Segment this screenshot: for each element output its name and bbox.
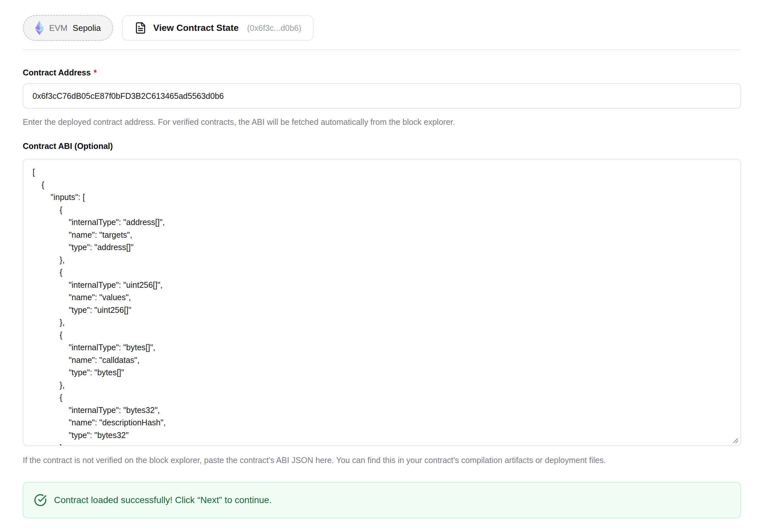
contract-abi-label: Contract ABI (Optional) (23, 141, 741, 151)
chain-label: EVM (49, 23, 67, 33)
success-message: Contract loaded successfully! Click “Nex… (54, 495, 272, 505)
contract-abi-field: [ { "inputs": [ { "internalType": "addre… (23, 159, 741, 446)
contract-abi-label-text: Contract ABI (Optional) (23, 141, 113, 151)
success-banner: Contract loaded successfully! Click “Nex… (23, 482, 741, 518)
contract-form-page: EVM Sepolia View Contract State (0x6f3c.… (0, 15, 758, 518)
ethereum-icon (35, 21, 44, 35)
contract-abi-help: If the contract is not verified on the b… (23, 454, 741, 466)
view-contract-state-tab[interactable]: View Contract State (0x6f3c...d0b6) (122, 15, 314, 41)
contract-address-help: Enter the deployed contract address. For… (23, 116, 741, 127)
network-label: Sepolia (73, 23, 101, 33)
check-circle-icon (34, 494, 47, 507)
contract-address-label-text: Contract Address (23, 67, 91, 78)
required-asterisk: * (94, 67, 97, 78)
header: EVM Sepolia View Contract State (0x6f3c.… (23, 15, 741, 41)
tab-label: View Contract State (153, 23, 238, 33)
file-text-icon (134, 22, 147, 34)
contract-abi-textarea[interactable]: [ { "inputs": [ { "internalType": "addre… (23, 159, 741, 446)
tab-address-short: (0x6f3c...d0b6) (247, 23, 301, 33)
header-divider (23, 50, 741, 50)
network-badge[interactable]: EVM Sepolia (23, 15, 113, 41)
textarea-resize-handle[interactable] (732, 437, 739, 444)
contract-address-label: Contract Address * (23, 67, 741, 78)
contract-address-input[interactable] (23, 83, 741, 109)
